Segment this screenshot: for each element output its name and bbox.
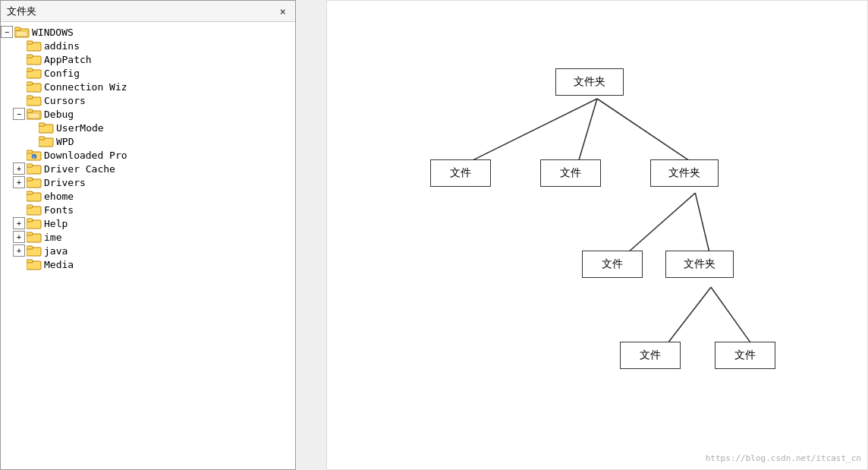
node-label: 文件 <box>640 349 661 362</box>
tree-item-config[interactable]: Config <box>1 66 295 80</box>
folder-closed-icon <box>27 39 42 52</box>
svg-rect-6 <box>27 55 33 58</box>
svg-rect-15 <box>28 113 39 118</box>
tree-item-label: UserMode <box>56 122 104 134</box>
svg-line-44 <box>695 193 711 259</box>
diagram-container: 文件夹文件文件文件夹文件文件夹文件文件 <box>370 46 825 425</box>
tree-item-windows[interactable]: − WINDOWS <box>1 25 295 39</box>
svg-rect-2 <box>16 31 27 36</box>
expand-minus-btn[interactable]: − <box>13 108 25 120</box>
tree-item-label: Connection Wiz <box>44 81 127 93</box>
tree-item-label: Config <box>44 68 80 79</box>
diagram-node-file5: 文件 <box>715 342 775 369</box>
svg-rect-10 <box>27 82 33 85</box>
tree-item-help[interactable]: + Help <box>1 216 295 230</box>
svg-rect-12 <box>27 96 33 99</box>
tree-item-debug[interactable]: − Debug <box>1 107 295 121</box>
tree-item-ime[interactable]: + ime <box>1 230 295 244</box>
node-label: 文件 <box>734 349 756 362</box>
folder-special-icon: i <box>27 149 42 161</box>
diagram-node-root: 文件夹 <box>555 68 624 96</box>
tree-item-label: Driver Cache <box>44 163 115 175</box>
svg-rect-37 <box>27 246 33 249</box>
folder-closed-icon <box>39 135 54 147</box>
diagram-node-file3: 文件 <box>582 251 643 278</box>
folder-closed-icon <box>27 217 42 229</box>
diagram-node-folder1: 文件夹 <box>650 159 719 187</box>
tree-item-java[interactable]: + java <box>1 244 295 257</box>
watermark: https://blog.csdn.net/itcast_cn <box>706 453 861 463</box>
svg-rect-27 <box>27 178 33 181</box>
node-label: 文件夹 <box>574 75 605 89</box>
tree-item-label: Debug <box>44 109 74 120</box>
folder-open-icon <box>27 108 42 120</box>
tree-container[interactable]: − WINDOWS addins AppPatch Config Connect… <box>1 22 295 469</box>
tree-item-media[interactable]: Media <box>1 257 295 271</box>
expand-plus-btn[interactable]: + <box>13 162 25 175</box>
svg-rect-39 <box>27 260 33 263</box>
tree-item-fonts[interactable]: Fonts <box>1 203 295 216</box>
tree-item-usermode[interactable]: UserMode <box>1 121 295 134</box>
expand-plus-btn[interactable]: + <box>13 176 25 188</box>
close-button[interactable]: × <box>277 5 289 17</box>
svg-rect-21 <box>27 150 33 153</box>
folder-closed-icon <box>27 53 42 65</box>
tree-item-addins[interactable]: addins <box>1 39 295 52</box>
svg-text:i: i <box>33 155 35 159</box>
expand-plus-btn[interactable]: + <box>13 231 25 243</box>
tree-item-label: java <box>44 245 68 257</box>
tree-item-wpd[interactable]: WPD <box>1 134 295 148</box>
tree-item-drivers[interactable]: + Drivers <box>1 175 295 189</box>
folder-closed-icon <box>39 121 54 134</box>
tree-item-label: Help <box>44 218 68 229</box>
diagram-node-file1: 文件 <box>430 159 491 187</box>
tree-item-label: Cursors <box>44 95 86 106</box>
tree-item-cursors[interactable]: Cursors <box>1 93 295 107</box>
svg-rect-25 <box>27 164 33 167</box>
tree-item-label: ime <box>44 232 61 243</box>
svg-line-42 <box>597 99 695 165</box>
svg-rect-19 <box>39 137 45 140</box>
folder-closed-icon <box>27 176 42 188</box>
svg-rect-14 <box>27 109 33 112</box>
svg-rect-29 <box>27 191 33 194</box>
tree-item-drivercache[interactable]: + Driver Cache <box>1 162 295 175</box>
svg-rect-8 <box>27 68 33 71</box>
panel-title: 文件夹 <box>7 5 36 18</box>
tree-item-label: Downloaded Pro <box>44 150 127 161</box>
tree-item-label: ehome <box>44 191 74 202</box>
folder-closed-icon <box>27 67 42 79</box>
tree-item-apppatch[interactable]: AppPatch <box>1 52 295 66</box>
expand-plus-btn[interactable]: + <box>13 244 25 257</box>
node-label: 文件 <box>450 166 471 180</box>
folder-closed-icon <box>27 244 42 257</box>
folder-closed-icon <box>27 231 42 243</box>
tree-item-label: WINDOWS <box>32 27 74 38</box>
panel-header: 文件夹 × <box>1 1 295 22</box>
folder-closed-icon <box>27 190 42 202</box>
diagram-node-file2: 文件 <box>540 159 601 187</box>
node-label: 文件夹 <box>684 257 715 271</box>
expand-minus-btn[interactable]: − <box>1 26 13 38</box>
spacer <box>296 0 311 470</box>
node-label: 文件 <box>602 257 623 271</box>
expand-plus-btn[interactable]: + <box>13 217 25 229</box>
diagram-node-folder2: 文件夹 <box>665 251 734 278</box>
diagram-node-file4: 文件 <box>620 342 681 369</box>
file-tree-panel: 文件夹 × − WINDOWS addins AppPatch Config C… <box>0 0 296 470</box>
svg-rect-33 <box>27 219 33 222</box>
tree-item-label: AppPatch <box>44 54 92 65</box>
tree-item-ehome[interactable]: ehome <box>1 189 295 203</box>
svg-rect-4 <box>27 41 33 44</box>
svg-rect-35 <box>27 232 33 235</box>
node-label: 文件 <box>560 166 581 180</box>
tree-item-label: Fonts <box>44 204 74 216</box>
svg-line-40 <box>464 99 597 165</box>
tree-item-connectionwiz[interactable]: Connection Wiz <box>1 80 295 93</box>
folder-closed-icon <box>27 162 42 175</box>
node-label: 文件夹 <box>668 166 700 180</box>
svg-rect-31 <box>27 205 33 208</box>
diagram-panel: 文件夹文件文件文件夹文件文件夹文件文件 https://blog.csdn.ne… <box>326 0 868 470</box>
tree-item-downloadedpro[interactable]: i Downloaded Pro <box>1 148 295 162</box>
folder-closed-icon <box>27 80 42 93</box>
